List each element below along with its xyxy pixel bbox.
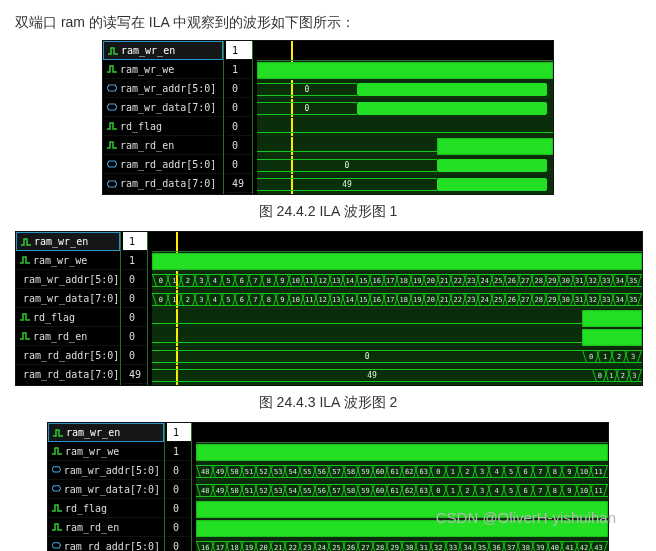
bus-icon xyxy=(107,83,117,93)
signal-row[interactable]: ram_wr_addr[5:0] xyxy=(103,79,223,98)
bus-icon xyxy=(52,465,61,475)
bus-segment: 11 xyxy=(589,484,608,497)
scalar-icon xyxy=(21,237,31,247)
waveform-viewer-1: ram_wr_enram_wr_weram_wr_addr[5:0]ram_wr… xyxy=(102,40,554,195)
signal-name: ram_rd_data[7:0] xyxy=(120,178,216,189)
signal-row[interactable]: ram_rd_addr[5:0] xyxy=(16,346,120,365)
bus-segment: 0 xyxy=(257,159,437,172)
signal-value-column: 110000049 xyxy=(224,41,253,194)
bus-icon xyxy=(107,179,117,189)
signal-row[interactable]: ram_rd_en xyxy=(48,518,164,537)
logic-low xyxy=(257,132,553,133)
bus-segment xyxy=(357,83,547,96)
logic-high xyxy=(196,501,608,518)
logic-high xyxy=(196,520,608,537)
signal-row[interactable]: ram_wr_data[7:0] xyxy=(16,289,120,308)
logic-low xyxy=(152,323,582,324)
signal-name: rd_flag xyxy=(33,312,75,323)
signal-row[interactable]: ram_rd_data[7:0] xyxy=(103,174,223,193)
signal-row[interactable]: rd_flag xyxy=(103,117,223,136)
signal-value: 0 xyxy=(123,327,147,346)
signal-row[interactable]: ram_wr_addr[5:0] xyxy=(48,461,164,480)
signal-row[interactable]: ram_wr_data[7:0] xyxy=(48,480,164,499)
signal-row[interactable]: ram_wr_we xyxy=(48,442,164,461)
logic-high xyxy=(582,329,642,346)
signal-header[interactable]: ram_wr_en xyxy=(16,232,120,251)
signal-row[interactable]: ram_rd_addr[5:0] xyxy=(103,155,223,174)
signal-name: ram_wr_addr[5:0] xyxy=(120,83,216,94)
wave-row: 4849505152535455565758596061626301234567… xyxy=(196,481,608,500)
signal-value-column: 110000049 xyxy=(121,232,148,385)
scalar-icon xyxy=(52,503,62,513)
bus-data: 4849505152535455565758596061626301234567… xyxy=(196,465,608,478)
wave-row: 00123 xyxy=(152,347,642,366)
signal-row[interactable]: ram_rd_en xyxy=(103,136,223,155)
signal-value: 0 xyxy=(226,136,252,155)
bus-data: 4849505152535455565758596061626301234567… xyxy=(196,484,608,497)
wave-row xyxy=(196,500,608,519)
bus-segment: 49 xyxy=(152,369,592,382)
signal-name: ram_rd_data[7:0] xyxy=(23,369,119,380)
signal-value: 1 xyxy=(226,60,252,79)
signal-name: ram_wr_addr[5:0] xyxy=(23,274,119,285)
scalar-icon xyxy=(20,255,30,265)
signal-value: 0 xyxy=(123,308,147,327)
signal-row[interactable]: ram_wr_we xyxy=(16,251,120,270)
signal-row[interactable]: ram_wr_data[7:0] xyxy=(103,98,223,117)
signal-value: 0 xyxy=(226,79,252,98)
time-ruler xyxy=(257,41,553,61)
wave-row xyxy=(257,118,553,137)
waveform-viewer-2: ram_wr_enram_wr_weram_wr_addr[5:0]ram_wr… xyxy=(15,231,643,386)
cursor-line[interactable] xyxy=(291,41,293,60)
scalar-icon xyxy=(107,140,117,150)
cursor-line[interactable] xyxy=(176,232,178,251)
signal-row[interactable]: rd_flag xyxy=(16,308,120,327)
signal-row[interactable]: ram_wr_addr[5:0] xyxy=(16,270,120,289)
signal-name-column: ram_wr_enram_wr_weram_wr_addr[5:0]ram_wr… xyxy=(16,232,121,385)
signal-name: ram_wr_data[7:0] xyxy=(64,484,160,495)
logic-high xyxy=(152,253,642,270)
logic-high xyxy=(582,310,642,327)
signal-name: ram_wr_we xyxy=(120,64,174,75)
bus-segment: 3 xyxy=(627,369,642,382)
wave-row: 0 xyxy=(257,80,553,99)
signal-name: ram_rd_addr[5:0] xyxy=(23,350,119,361)
wave-row: 490123 xyxy=(152,366,642,385)
wave-row xyxy=(257,61,553,80)
signal-name: ram_wr_we xyxy=(65,446,119,457)
bus-data: 0123456789101112131415161718192021222324… xyxy=(152,274,642,287)
wave-row: 4849505152535455565758596061626301234567… xyxy=(196,462,608,481)
bus-icon xyxy=(107,102,117,112)
wave-row: 0 xyxy=(257,156,553,175)
scalar-icon xyxy=(52,446,62,456)
signal-value: 0 xyxy=(123,270,147,289)
fig2-caption: 图 24.4.3 ILA 波形图 2 xyxy=(15,394,641,412)
logic-low xyxy=(152,342,582,343)
signal-row[interactable]: ram_rd_addr[5:0] xyxy=(48,537,164,551)
signal-row[interactable]: rd_flag xyxy=(48,499,164,518)
signal-row[interactable]: ram_wr_we xyxy=(103,60,223,79)
bus-segment: 35 xyxy=(625,274,643,287)
time-ruler xyxy=(196,423,608,443)
signal-row[interactable]: ram_rd_en xyxy=(16,327,120,346)
signal-header[interactable]: ram_wr_en xyxy=(103,41,223,60)
scalar-icon xyxy=(53,428,63,438)
wave-row xyxy=(152,328,642,347)
signal-header[interactable]: ram_wr_en xyxy=(48,423,164,442)
signal-row[interactable]: ram_rd_data[7:0] xyxy=(16,365,120,384)
logic-high xyxy=(257,62,553,79)
scalar-icon xyxy=(20,312,30,322)
signal-name: rd_flag xyxy=(65,503,107,514)
value-header: 1 xyxy=(226,41,252,60)
bus-icon xyxy=(52,484,61,494)
wave-row xyxy=(152,252,642,271)
signal-value: 0 xyxy=(226,117,252,136)
value-header: 1 xyxy=(123,232,147,251)
signal-name: ram_wr_data[7:0] xyxy=(23,293,119,304)
wave-row xyxy=(196,443,608,462)
signal-name: ram_rd_en xyxy=(33,331,87,342)
bus-segment: 43 xyxy=(589,541,608,551)
waveform-plot: 4849505152535455565758596061626301234567… xyxy=(196,423,608,551)
bus-segment: 49 xyxy=(257,178,437,191)
signal-value: 0 xyxy=(167,518,191,537)
